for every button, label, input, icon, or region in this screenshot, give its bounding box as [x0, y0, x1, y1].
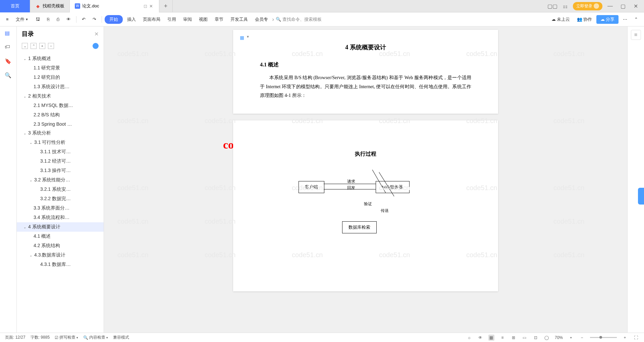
document-area[interactable]: ▦ ▼ 4 系统概要设计 4.1 概述 本系统采用 B/S 结构 (Browse…	[104, 26, 627, 333]
outline-rail-icon[interactable]: ▤	[5, 30, 12, 37]
outline-item[interactable]: 4.2 系统结构	[17, 241, 104, 250]
spell-label: 拼写检查	[59, 335, 75, 340]
outline-item[interactable]: 2.1 MYSQL 数据…	[17, 101, 104, 110]
outline-item[interactable]: 3.1.1 技术可…	[17, 147, 104, 157]
tab-add-button[interactable]: +	[159, 0, 173, 12]
outline-item-label: 3.1.1 技术可…	[40, 149, 71, 155]
zoom-plus-icon[interactable]: +	[622, 335, 628, 341]
menu-insert[interactable]: 插入	[124, 15, 139, 24]
more-icon[interactable]: ›	[272, 16, 274, 22]
zoom-minus-icon[interactable]: −	[579, 335, 585, 341]
outline-item[interactable]: ⌄3.1 可行性分析	[17, 138, 104, 147]
tabs-bar: 首页 ◆ 找稻壳模板 W 论文.doc ⊡ ✕ + ▢▢ ⚏ 立即登录 — ▢ …	[0, 0, 644, 12]
login-button[interactable]: 立即登录	[573, 2, 602, 10]
print-icon[interactable]: ⎙	[54, 15, 62, 23]
menu-member[interactable]: 会员专	[252, 15, 271, 24]
collapse-ribbon-icon[interactable]: ⌃	[632, 15, 641, 23]
feedback-tab[interactable]	[638, 188, 644, 205]
word-count[interactable]: 字数: 9885	[31, 335, 50, 340]
outline-item[interactable]: 3.1.3 操作可…	[17, 166, 104, 175]
menu-page-layout[interactable]: 页面布局	[140, 15, 163, 24]
outline-item[interactable]: 4.1 概述	[17, 232, 104, 241]
outline-item-label: 3.4 系统流程和…	[34, 215, 69, 221]
preview-icon[interactable]: 👁	[64, 15, 73, 23]
layout-icon[interactable]: ▢▢	[547, 1, 557, 11]
add-outline-icon[interactable]: +	[39, 43, 45, 49]
outline-item[interactable]: 1.2 研究目的	[17, 73, 104, 82]
save-icon[interactable]: 🖫	[33, 15, 43, 23]
outline-item[interactable]: 4.3.1 数据库…	[17, 260, 104, 269]
file-menu[interactable]: 文件 ▼	[13, 15, 31, 24]
close-icon[interactable]: ✕	[149, 4, 154, 9]
page-marker-icon[interactable]: ▦	[240, 35, 244, 40]
tab-document[interactable]: W 论文.doc ⊡ ✕	[70, 0, 159, 12]
outline-item[interactable]: 3.1.2 经济可…	[17, 157, 104, 166]
eye-icon[interactable]: 👁	[477, 335, 483, 341]
outline-tree[interactable]: ⌄1 系统概述1.1 研究背景1.2 研究目的1.3 系统设计思…⌄2 相关技术…	[17, 52, 104, 333]
zoom-slider[interactable]	[590, 337, 617, 338]
zoom-level[interactable]: 70%	[555, 335, 563, 340]
outline-item[interactable]: 3.2.1 系统安…	[17, 185, 104, 194]
menu-start[interactable]: 开始	[105, 15, 123, 24]
panel-toggle-icon[interactable]: ≡	[631, 30, 641, 40]
search-rail-icon[interactable]: 🔍	[5, 72, 12, 79]
save-as-icon[interactable]: ⎘	[44, 15, 52, 23]
outline-item[interactable]: ⌄3 系统分析	[17, 128, 104, 138]
menu-review[interactable]: 审阅	[180, 15, 195, 24]
outline-item[interactable]: 2.3 Spring Boot …	[17, 120, 104, 128]
zoom-dropdown-icon[interactable]: ▾	[568, 335, 574, 341]
outline-item[interactable]: 3.2.2 数据完…	[17, 194, 104, 204]
view-web-icon[interactable]: ▭	[522, 335, 528, 341]
minimize-icon[interactable]: —	[605, 1, 615, 11]
outline-item[interactable]: 1.1 研究背景	[17, 63, 104, 73]
menu-dev-tools[interactable]: 开发工具	[228, 15, 251, 24]
close-window-icon[interactable]: ✕	[631, 1, 641, 11]
tag-rail-icon[interactable]: 🏷	[5, 44, 12, 51]
brightness-icon[interactable]: ☼	[466, 335, 472, 341]
bookmark-rail-icon[interactable]: 🔖	[5, 58, 12, 65]
outline-item[interactable]: 3.3 系统界面分…	[17, 204, 104, 213]
outline-item[interactable]: ⌄4 系统概要设计	[17, 222, 104, 232]
menu-view[interactable]: 视图	[196, 15, 210, 24]
outline-item[interactable]: 1.3 系统设计思…	[17, 82, 104, 92]
expand-all-icon[interactable]: ⌃	[31, 43, 37, 49]
menu-chapter[interactable]: 章节	[212, 15, 226, 24]
fullscreen-icon[interactable]: ⛶	[633, 335, 639, 341]
view-outline-icon[interactable]: ≡	[499, 335, 505, 341]
command-search[interactable]: 🔍 查找命令、搜索模板	[276, 16, 322, 22]
sync-icon[interactable]	[93, 43, 99, 49]
collapse-all-icon[interactable]: ⌄	[22, 43, 28, 49]
collab-button[interactable]: 👥协作	[574, 15, 595, 24]
diagram: 客户端 Web服务器 数据库检索 请求 回发 验证 传送	[299, 168, 433, 235]
outline-item[interactable]: ⌄4.3.数据库设计	[17, 250, 104, 260]
view-page-icon[interactable]: ▦	[488, 335, 494, 341]
more-menu-icon[interactable]: ⋯	[620, 15, 630, 23]
redo-icon[interactable]: ↷	[90, 15, 99, 23]
zoom-out-icon[interactable]: ◯	[544, 335, 550, 341]
outline-item[interactable]: ⌄1 系统概述	[17, 54, 104, 63]
window-mode-icon[interactable]: ⊡	[144, 4, 147, 9]
maximize-icon[interactable]: ▢	[618, 1, 628, 11]
tab-template[interactable]: ◆ 找稻壳模板	[30, 0, 70, 12]
outline-item-label: 4.1 概述	[34, 233, 51, 239]
menu-button[interactable]: ≡	[3, 15, 11, 23]
outline-item[interactable]: 2.2 B/S 结构	[17, 110, 104, 120]
menu-reference[interactable]: 引用	[165, 15, 179, 24]
outline-item[interactable]: ⌄2 相关技术	[17, 92, 104, 101]
content-check[interactable]: 🔍内容检查▾	[83, 335, 108, 340]
remove-outline-icon[interactable]: −	[48, 43, 54, 49]
tab-home[interactable]: 首页	[0, 0, 30, 12]
outline-item[interactable]: 3.4 系统流程和…	[17, 213, 104, 222]
undo-icon[interactable]: ↶	[79, 15, 88, 23]
page-dropdown-icon[interactable]: ▼	[246, 35, 250, 40]
page-indicator[interactable]: 页面: 12/27	[5, 335, 25, 340]
share-button[interactable]: ☁分享	[596, 15, 619, 24]
close-panel-icon[interactable]: ✕	[94, 31, 99, 37]
outline-item[interactable]: ⌄3.2 系统性能分…	[17, 175, 104, 185]
diagram-box-db: 数据库检索	[342, 221, 377, 233]
view-read-icon[interactable]: ⊞	[511, 335, 517, 341]
apps-icon[interactable]: ⚏	[560, 1, 570, 11]
cloud-status[interactable]: ☁未上云	[549, 15, 573, 24]
fit-width-icon[interactable]: ⊡	[533, 335, 539, 341]
spell-check[interactable]: ☑拼写检查▾	[55, 335, 78, 340]
